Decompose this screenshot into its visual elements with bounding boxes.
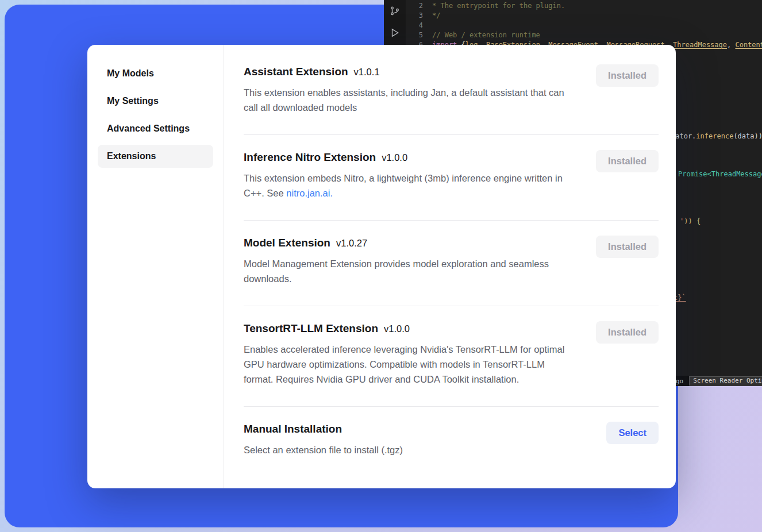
extension-version: v1.0.0	[382, 152, 407, 163]
extension-title: Model Extensionv1.0.27	[244, 236, 576, 250]
extension-description: This extension enables assistants, inclu…	[244, 85, 576, 115]
sidebar-item-my-models[interactable]: My Models	[98, 62, 213, 85]
line-number: 3	[406, 11, 432, 21]
extension-description: This extension embeds Nitro, a lightweig…	[244, 171, 576, 201]
installed-button[interactable]: Installed	[596, 150, 659, 172]
sidebar-item-my-settings[interactable]: My Settings	[98, 90, 213, 113]
code-text: // Web / extension runtime	[432, 30, 540, 40]
extension-title: TensortRT-LLM Extensionv1.0.0	[244, 321, 576, 336]
sidebar-item-extensions[interactable]: Extensions	[98, 145, 213, 168]
code-fragment: rator.inference(data));	[671, 132, 762, 140]
select-file-button[interactable]: Select	[606, 422, 659, 444]
extension-version: v1.0.1	[354, 67, 380, 77]
code-text: */	[432, 11, 440, 21]
extension-title: Inference Nitro Extensionv1.0.0	[244, 150, 576, 165]
screen-reader-chip[interactable]: Screen Reader Optimized	[689, 376, 762, 385]
extension-item-assistant: Assistant Extensionv1.0.1 This extension…	[244, 61, 659, 135]
manual-installation-title: Manual Installation	[244, 422, 403, 437]
line-number: 2	[406, 1, 432, 11]
extension-item-inference-nitro: Inference Nitro Extensionv1.0.0 This ext…	[244, 135, 659, 221]
extension-description: Model Management Extension provides mode…	[244, 256, 576, 286]
extension-item-model: Model Extensionv1.0.27 Model Management …	[244, 221, 659, 306]
source-control-icon[interactable]	[384, 0, 406, 22]
code-fragment: ')) {	[680, 217, 701, 225]
manual-installation-item: Manual Installation Select an extension …	[244, 407, 659, 477]
settings-sidebar: My Models My Settings Advanced Settings …	[87, 45, 224, 488]
extension-version: v1.0.0	[384, 323, 410, 334]
line-number: 4	[406, 21, 432, 30]
installed-button[interactable]: Installed	[596, 64, 659, 87]
desktop: 2 * The entrypoint for the plugin. 3 */ …	[0, 0, 762, 532]
run-debug-icon[interactable]	[384, 22, 406, 44]
code-line: 4	[406, 21, 762, 30]
code-line: 2 * The entrypoint for the plugin.	[406, 1, 762, 11]
extension-version: v1.0.27	[336, 238, 367, 248]
code-line: 5 // Web / extension runtime	[406, 30, 762, 40]
manual-installation-description: Select an extension file to install (.tg…	[244, 442, 403, 457]
extension-item-tensorrt-llm: TensortRT-LLM Extensionv1.0.0 Enables ac…	[244, 306, 659, 407]
extension-title: Assistant Extensionv1.0.1	[244, 64, 576, 79]
installed-button[interactable]: Installed	[596, 236, 659, 258]
code-area: 2 * The entrypoint for the plugin. 3 */ …	[406, 1, 762, 50]
settings-modal: My Models My Settings Advanced Settings …	[87, 45, 676, 488]
code-line: 3 */	[406, 11, 762, 21]
sidebar-item-advanced-settings[interactable]: Advanced Settings	[98, 117, 213, 140]
code-text: * The entrypoint for the plugin.	[432, 1, 565, 11]
status-item: go	[676, 377, 683, 385]
installed-button[interactable]: Installed	[596, 321, 659, 344]
code-fragment: Promise<ThreadMessage>	[678, 170, 762, 178]
line-number: 5	[406, 30, 432, 40]
extension-description: Enables accelerated inference leveraging…	[244, 342, 576, 387]
nitro-link[interactable]: nitro.jan.ai.	[286, 188, 333, 198]
extensions-panel: Assistant Extensionv1.0.1 This extension…	[224, 45, 676, 488]
